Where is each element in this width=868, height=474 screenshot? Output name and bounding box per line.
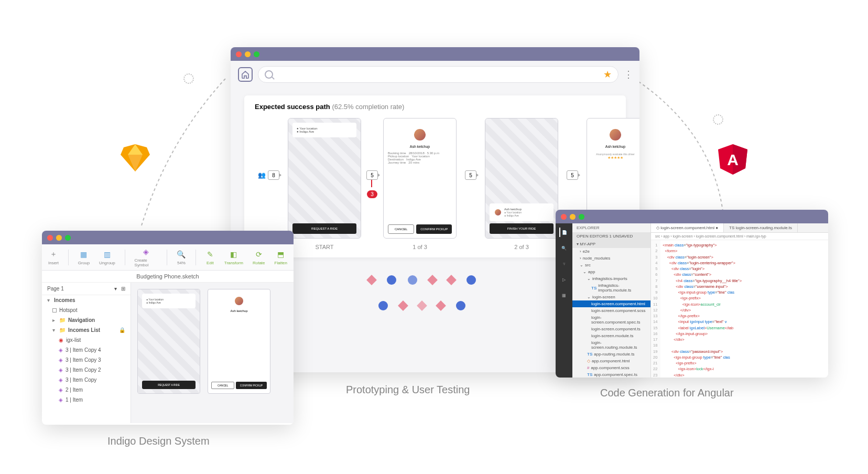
layer-item[interactable]: 📁Navigation (42, 315, 131, 325)
edit-tool[interactable]: ✎Edit (205, 250, 215, 265)
file-item[interactable]: # app.component.scss (572, 364, 650, 371)
event-marker (436, 300, 446, 311)
layers-panel: Page 1▾ ⊞ Incomes Hotspot 📁Navigation 📁I… (42, 283, 131, 423)
close-icon[interactable] (236, 51, 242, 57)
click-marker (456, 301, 465, 310)
layer-item[interactable]: ◈3 | Item Copy (42, 375, 131, 385)
layer-item[interactable]: ◈3 | Item Copy 2 (42, 365, 131, 375)
file-item[interactable]: login-screen.component.spec.ts (572, 314, 650, 326)
code-editor[interactable]: ◇ login-screen.component.html ● TS login… (651, 223, 828, 378)
file-item[interactable]: login-screen.module.ts (572, 332, 650, 339)
click-marker (466, 275, 476, 285)
event-marker (398, 300, 408, 311)
editor-tab[interactable]: TS login-screen-routing.module.ts (724, 223, 798, 232)
file-item[interactable]: TS app.component.spec.ts (572, 371, 650, 378)
folder-item[interactable]: ⌄ infragistics-imports (572, 275, 650, 282)
minimize-icon[interactable] (245, 51, 251, 57)
flow-step-start: ● Your location● Indigo Ave REQUEST A RI… (288, 118, 361, 250)
search-input[interactable]: ★ (258, 66, 619, 83)
folder-item[interactable]: ⌄ src (572, 262, 650, 268)
request-ride-button: REQUEST A RIDE (292, 223, 356, 234)
layer-item[interactable]: ◈1 | Item (42, 395, 131, 405)
step-label-2: 2 of 3 (514, 244, 529, 250)
activity-bar: 📄 🔍 ⑂ ▷ ▦ (556, 223, 572, 378)
folder-item[interactable]: ⌄ app (572, 268, 650, 275)
file-item[interactable]: login-screen.routing.module.ts (572, 339, 650, 351)
zoom-tool[interactable]: 🔍54% (177, 250, 186, 265)
mock-screen-confirm[interactable]: Ash ketchup Booking time 28/10/2018 · 5.… (383, 118, 457, 239)
file-item[interactable]: TS app-routing.module.ts (572, 351, 650, 358)
layer-item[interactable]: ◈3 | Item Copy 3 (42, 355, 131, 365)
finish-button: FINISH YOUR RIDE (490, 223, 554, 234)
click-marker (378, 301, 388, 310)
layer-item[interactable]: Incomes (42, 295, 131, 305)
avatar (234, 296, 244, 306)
event-marker (427, 275, 438, 285)
insert-tool[interactable]: ＋Insert (48, 250, 59, 265)
file-item[interactable]: login-screen.component.scss (572, 307, 650, 314)
flow-step-2: Ash ketchup● Your location● Indigo Ave F… (485, 118, 558, 250)
page-selector[interactable]: Page 1▾ ⊞ (42, 283, 131, 295)
folder-item[interactable]: › e2e (572, 248, 650, 255)
avatar (494, 208, 502, 217)
home-icon[interactable] (238, 67, 253, 82)
maximize-icon[interactable] (65, 235, 71, 241)
open-editors-section[interactable]: OPEN EDITORS 1 UNSAVED (572, 232, 650, 240)
artboard[interactable]: Ash ketchup CANCEL CONFIRM PICKUP (208, 289, 270, 394)
maximize-icon[interactable] (254, 51, 259, 57)
flatten-tool[interactable]: ⬒Flatten (275, 250, 287, 265)
folder-item[interactable]: ⌄ login-screen (572, 294, 650, 300)
close-icon[interactable] (47, 235, 53, 241)
debug-icon[interactable]: ▷ (559, 275, 569, 284)
event-marker (417, 300, 427, 311)
step-count-3: 5 (567, 170, 578, 180)
explorer-icon[interactable]: 📄 (559, 228, 569, 237)
mock-screen-finish[interactable]: Ash ketchup● Your location● Indigo Ave F… (485, 118, 558, 239)
layer-item[interactable]: 📁Incomes List🔒 (42, 325, 131, 335)
file-item[interactable]: login-screen.component.html (572, 300, 650, 307)
code-content[interactable]: 1234567891011121314151617181920212223242… (651, 240, 828, 378)
flow-step-1: Ash ketchup Booking time 28/10/2018 · 5.… (383, 118, 457, 250)
folder-item[interactable]: › node_modules (572, 255, 650, 262)
canvas[interactable]: ● Your location● Indigo Ave REQUEST A RI… (131, 283, 294, 423)
group-tool[interactable]: ▦Group (78, 250, 90, 265)
layer-item[interactable]: Hotspot (42, 305, 131, 315)
explorer-title: EXPLORER (572, 223, 650, 232)
click-marker (387, 275, 396, 285)
create-symbol-tool[interactable]: ◈Create Symbol (135, 247, 158, 267)
breadcrumb[interactable]: src › app › login-screen › login-screen.… (651, 233, 828, 240)
maximize-icon[interactable] (579, 214, 584, 220)
editor-tab[interactable]: ◇ login-screen.component.html ● (651, 223, 724, 232)
file-item[interactable]: login-screen.component.ts (572, 326, 650, 332)
file-item[interactable]: TS infragistics-imports.module.ts (572, 282, 650, 294)
sketch-window: ＋Insert ▦Group ▥Ungroup ◈Create Symbol 🔍… (42, 231, 294, 425)
participants-count: 8 (268, 170, 279, 180)
transform-tool[interactable]: ◧Transform (224, 250, 243, 265)
layer-item[interactable]: ◈3 | Item Copy 4 (42, 345, 131, 355)
project-section[interactable]: ▾ MY-APP (572, 240, 650, 248)
step-label-start: START (315, 244, 333, 250)
design-system-label: Indigo Design System (107, 435, 210, 447)
mock-screen-request[interactable]: ● Your location● Indigo Ave REQUEST A RI… (288, 118, 361, 239)
sketch-toolbar: ＋Insert ▦Group ▥Ungroup ◈Create Symbol 🔍… (42, 244, 294, 271)
source-control-icon[interactable]: ⑂ (559, 259, 569, 268)
close-icon[interactable] (561, 214, 567, 220)
confirm-button: CONFIRM PICKUP (416, 224, 452, 234)
layer-item[interactable]: ◈2 | Item (42, 385, 131, 395)
search-icon[interactable]: 🔍 (559, 243, 569, 253)
more-icon[interactable]: ⋮ (624, 69, 632, 80)
file-item[interactable]: ◇ app.component.html (572, 358, 650, 364)
extensions-icon[interactable]: ▦ (559, 290, 569, 300)
event-marker (366, 275, 377, 285)
svg-text:A: A (727, 151, 739, 168)
minimize-icon[interactable] (570, 214, 576, 220)
rotate-tool[interactable]: ⟳Rotate (253, 250, 265, 265)
star-icon[interactable]: ★ (603, 69, 612, 80)
artboard[interactable]: ● Your location● Indigo Ave REQUEST A RI… (137, 289, 200, 394)
minimize-icon[interactable] (56, 235, 62, 241)
click-marker (408, 275, 417, 285)
step-label-1: 1 of 3 (413, 244, 427, 250)
layer-item[interactable]: ◉igx-list (42, 335, 131, 345)
ungroup-tool[interactable]: ▥Ungroup (99, 250, 115, 265)
avatar (609, 128, 622, 142)
